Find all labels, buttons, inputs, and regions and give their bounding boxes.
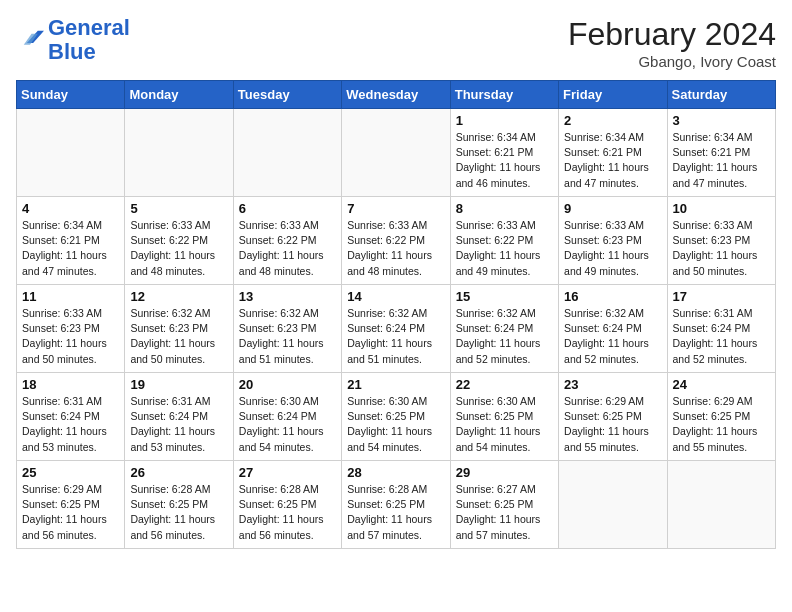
day-number: 18 xyxy=(22,377,119,392)
calendar-cell: 16Sunrise: 6:32 AM Sunset: 6:24 PM Dayli… xyxy=(559,285,667,373)
day-info: Sunrise: 6:32 AM Sunset: 6:24 PM Dayligh… xyxy=(564,306,661,367)
day-info: Sunrise: 6:33 AM Sunset: 6:22 PM Dayligh… xyxy=(456,218,553,279)
day-number: 13 xyxy=(239,289,336,304)
day-info: Sunrise: 6:29 AM Sunset: 6:25 PM Dayligh… xyxy=(673,394,770,455)
day-info: Sunrise: 6:34 AM Sunset: 6:21 PM Dayligh… xyxy=(564,130,661,191)
calendar-cell: 26Sunrise: 6:28 AM Sunset: 6:25 PM Dayli… xyxy=(125,461,233,549)
weekday-header-friday: Friday xyxy=(559,81,667,109)
calendar-cell: 4Sunrise: 6:34 AM Sunset: 6:21 PM Daylig… xyxy=(17,197,125,285)
day-info: Sunrise: 6:27 AM Sunset: 6:25 PM Dayligh… xyxy=(456,482,553,543)
calendar-cell xyxy=(667,461,775,549)
week-row-4: 18Sunrise: 6:31 AM Sunset: 6:24 PM Dayli… xyxy=(17,373,776,461)
calendar-cell: 15Sunrise: 6:32 AM Sunset: 6:24 PM Dayli… xyxy=(450,285,558,373)
day-number: 21 xyxy=(347,377,444,392)
weekday-header-saturday: Saturday xyxy=(667,81,775,109)
calendar-cell: 3Sunrise: 6:34 AM Sunset: 6:21 PM Daylig… xyxy=(667,109,775,197)
calendar-cell: 12Sunrise: 6:32 AM Sunset: 6:23 PM Dayli… xyxy=(125,285,233,373)
weekday-header-wednesday: Wednesday xyxy=(342,81,450,109)
day-number: 5 xyxy=(130,201,227,216)
weekday-header-monday: Monday xyxy=(125,81,233,109)
day-info: Sunrise: 6:31 AM Sunset: 6:24 PM Dayligh… xyxy=(130,394,227,455)
calendar-cell: 10Sunrise: 6:33 AM Sunset: 6:23 PM Dayli… xyxy=(667,197,775,285)
day-number: 1 xyxy=(456,113,553,128)
calendar-cell: 6Sunrise: 6:33 AM Sunset: 6:22 PM Daylig… xyxy=(233,197,341,285)
calendar-cell: 14Sunrise: 6:32 AM Sunset: 6:24 PM Dayli… xyxy=(342,285,450,373)
day-info: Sunrise: 6:32 AM Sunset: 6:24 PM Dayligh… xyxy=(347,306,444,367)
day-info: Sunrise: 6:30 AM Sunset: 6:25 PM Dayligh… xyxy=(347,394,444,455)
calendar-cell: 19Sunrise: 6:31 AM Sunset: 6:24 PM Dayli… xyxy=(125,373,233,461)
calendar-cell: 23Sunrise: 6:29 AM Sunset: 6:25 PM Dayli… xyxy=(559,373,667,461)
day-number: 3 xyxy=(673,113,770,128)
title-block: February 2024 Gbango, Ivory Coast xyxy=(568,16,776,70)
day-info: Sunrise: 6:32 AM Sunset: 6:23 PM Dayligh… xyxy=(130,306,227,367)
calendar-cell: 27Sunrise: 6:28 AM Sunset: 6:25 PM Dayli… xyxy=(233,461,341,549)
day-number: 11 xyxy=(22,289,119,304)
week-row-3: 11Sunrise: 6:33 AM Sunset: 6:23 PM Dayli… xyxy=(17,285,776,373)
day-info: Sunrise: 6:29 AM Sunset: 6:25 PM Dayligh… xyxy=(564,394,661,455)
day-number: 19 xyxy=(130,377,227,392)
day-number: 24 xyxy=(673,377,770,392)
day-info: Sunrise: 6:28 AM Sunset: 6:25 PM Dayligh… xyxy=(239,482,336,543)
calendar-table: SundayMondayTuesdayWednesdayThursdayFrid… xyxy=(16,80,776,549)
day-number: 28 xyxy=(347,465,444,480)
day-number: 15 xyxy=(456,289,553,304)
calendar-cell: 11Sunrise: 6:33 AM Sunset: 6:23 PM Dayli… xyxy=(17,285,125,373)
calendar-cell: 25Sunrise: 6:29 AM Sunset: 6:25 PM Dayli… xyxy=(17,461,125,549)
week-row-2: 4Sunrise: 6:34 AM Sunset: 6:21 PM Daylig… xyxy=(17,197,776,285)
day-number: 12 xyxy=(130,289,227,304)
day-info: Sunrise: 6:34 AM Sunset: 6:21 PM Dayligh… xyxy=(456,130,553,191)
day-number: 29 xyxy=(456,465,553,480)
day-info: Sunrise: 6:32 AM Sunset: 6:24 PM Dayligh… xyxy=(456,306,553,367)
month-year: February 2024 xyxy=(568,16,776,53)
calendar-cell xyxy=(559,461,667,549)
weekday-header-sunday: Sunday xyxy=(17,81,125,109)
calendar-cell xyxy=(125,109,233,197)
weekday-header-thursday: Thursday xyxy=(450,81,558,109)
calendar-cell: 9Sunrise: 6:33 AM Sunset: 6:23 PM Daylig… xyxy=(559,197,667,285)
week-row-5: 25Sunrise: 6:29 AM Sunset: 6:25 PM Dayli… xyxy=(17,461,776,549)
weekday-header-tuesday: Tuesday xyxy=(233,81,341,109)
calendar-cell xyxy=(342,109,450,197)
day-number: 4 xyxy=(22,201,119,216)
day-info: Sunrise: 6:34 AM Sunset: 6:21 PM Dayligh… xyxy=(673,130,770,191)
calendar-cell: 7Sunrise: 6:33 AM Sunset: 6:22 PM Daylig… xyxy=(342,197,450,285)
day-info: Sunrise: 6:33 AM Sunset: 6:23 PM Dayligh… xyxy=(673,218,770,279)
calendar-cell: 17Sunrise: 6:31 AM Sunset: 6:24 PM Dayli… xyxy=(667,285,775,373)
calendar-cell: 5Sunrise: 6:33 AM Sunset: 6:22 PM Daylig… xyxy=(125,197,233,285)
weekday-header-row: SundayMondayTuesdayWednesdayThursdayFrid… xyxy=(17,81,776,109)
location: Gbango, Ivory Coast xyxy=(568,53,776,70)
calendar-cell: 21Sunrise: 6:30 AM Sunset: 6:25 PM Dayli… xyxy=(342,373,450,461)
day-info: Sunrise: 6:32 AM Sunset: 6:23 PM Dayligh… xyxy=(239,306,336,367)
day-info: Sunrise: 6:33 AM Sunset: 6:22 PM Dayligh… xyxy=(347,218,444,279)
logo-icon xyxy=(16,26,44,54)
logo: General Blue xyxy=(16,16,130,64)
calendar-cell: 20Sunrise: 6:30 AM Sunset: 6:24 PM Dayli… xyxy=(233,373,341,461)
day-info: Sunrise: 6:34 AM Sunset: 6:21 PM Dayligh… xyxy=(22,218,119,279)
day-number: 9 xyxy=(564,201,661,216)
day-info: Sunrise: 6:28 AM Sunset: 6:25 PM Dayligh… xyxy=(347,482,444,543)
calendar-cell: 2Sunrise: 6:34 AM Sunset: 6:21 PM Daylig… xyxy=(559,109,667,197)
day-number: 17 xyxy=(673,289,770,304)
day-number: 20 xyxy=(239,377,336,392)
calendar-cell: 1Sunrise: 6:34 AM Sunset: 6:21 PM Daylig… xyxy=(450,109,558,197)
calendar-cell: 8Sunrise: 6:33 AM Sunset: 6:22 PM Daylig… xyxy=(450,197,558,285)
calendar-cell xyxy=(17,109,125,197)
day-number: 25 xyxy=(22,465,119,480)
day-number: 6 xyxy=(239,201,336,216)
day-number: 16 xyxy=(564,289,661,304)
day-number: 8 xyxy=(456,201,553,216)
calendar-cell xyxy=(233,109,341,197)
day-number: 14 xyxy=(347,289,444,304)
calendar-cell: 13Sunrise: 6:32 AM Sunset: 6:23 PM Dayli… xyxy=(233,285,341,373)
day-info: Sunrise: 6:33 AM Sunset: 6:22 PM Dayligh… xyxy=(239,218,336,279)
calendar-cell: 24Sunrise: 6:29 AM Sunset: 6:25 PM Dayli… xyxy=(667,373,775,461)
day-number: 7 xyxy=(347,201,444,216)
day-info: Sunrise: 6:30 AM Sunset: 6:24 PM Dayligh… xyxy=(239,394,336,455)
week-row-1: 1Sunrise: 6:34 AM Sunset: 6:21 PM Daylig… xyxy=(17,109,776,197)
day-info: Sunrise: 6:31 AM Sunset: 6:24 PM Dayligh… xyxy=(22,394,119,455)
day-number: 2 xyxy=(564,113,661,128)
calendar-cell: 18Sunrise: 6:31 AM Sunset: 6:24 PM Dayli… xyxy=(17,373,125,461)
day-number: 10 xyxy=(673,201,770,216)
day-number: 22 xyxy=(456,377,553,392)
calendar-cell: 28Sunrise: 6:28 AM Sunset: 6:25 PM Dayli… xyxy=(342,461,450,549)
